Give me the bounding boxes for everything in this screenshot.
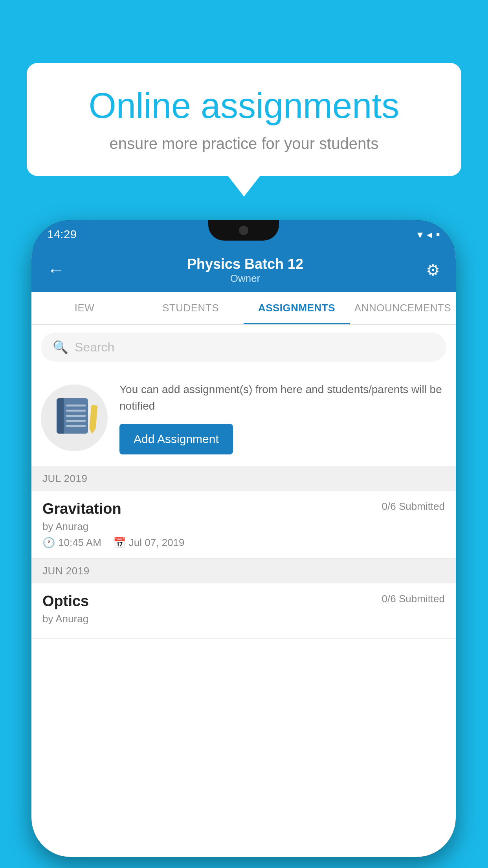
- add-assignment-button[interactable]: Add Assignment: [119, 424, 233, 454]
- meta-time-gravitation: 🕐 10:45 AM: [42, 537, 101, 549]
- search-bar[interactable]: 🔍 Search: [41, 333, 446, 362]
- settings-icon[interactable]: ⚙: [426, 261, 440, 279]
- app-bar-title: Physics Batch 12: [187, 256, 303, 272]
- search-container: 🔍 Search: [31, 325, 456, 370]
- assignment-by-optics: by Anurag: [42, 613, 445, 625]
- info-text-group: You can add assignment(s) from here and …: [119, 381, 446, 454]
- assignment-meta-gravitation: 🕐 10:45 AM 📅 Jul 07, 2019: [42, 537, 445, 549]
- search-icon: 🔍: [53, 340, 68, 355]
- back-button[interactable]: ←: [47, 260, 64, 280]
- status-time: 14:29: [47, 228, 77, 241]
- status-icons: ▾ ◂ ▪: [417, 228, 440, 241]
- phone-frame: 14:29 ▾ ◂ ▪ ← Physics Batch 12 Owner ⚙ I…: [31, 220, 456, 857]
- assignment-date-gravitation: Jul 07, 2019: [129, 537, 185, 549]
- speech-bubble-container: Online assignments ensure more practice …: [27, 63, 461, 176]
- bubble-title: Online assignments: [58, 86, 430, 125]
- phone-notch: [208, 220, 279, 241]
- tab-iew[interactable]: IEW: [31, 292, 138, 324]
- assignment-by-gravitation: by Anurag: [42, 520, 445, 533]
- battery-icon: ▪: [436, 228, 440, 241]
- app-bar: ← Physics Batch 12 Owner ⚙: [31, 248, 456, 292]
- tab-announcements[interactable]: ANNOUNCEMENTS: [350, 292, 456, 324]
- phone-status-bar: 14:29 ▾ ◂ ▪: [31, 220, 456, 248]
- search-placeholder: Search: [75, 340, 114, 355]
- scrollable-content: 🔍 Search: [31, 325, 456, 857]
- notch-camera: [239, 226, 248, 235]
- assignment-name-optics: Optics: [42, 593, 89, 610]
- assignment-time-gravitation: 10:45 AM: [58, 537, 101, 549]
- info-description: You can add assignment(s) from here and …: [119, 381, 446, 414]
- app-bar-subtitle: Owner: [187, 272, 303, 285]
- tabs-bar: IEW STUDENTS ASSIGNMENTS ANNOUNCEMENTS: [31, 292, 456, 325]
- assignment-name-gravitation: Gravitation: [42, 500, 121, 517]
- calendar-icon: 📅: [113, 537, 126, 549]
- bubble-subtitle: ensure more practice for your students: [58, 135, 430, 153]
- assignment-icon-circle: [41, 384, 108, 451]
- signal-icon: ◂: [427, 228, 432, 241]
- app-bar-title-group: Physics Batch 12 Owner: [187, 256, 303, 285]
- wifi-icon: ▾: [417, 228, 423, 241]
- assignment-submitted-gravitation: 0/6 Submitted: [382, 500, 445, 513]
- tab-students[interactable]: STUDENTS: [138, 292, 244, 324]
- assignment-item-gravitation[interactable]: Gravitation 0/6 Submitted by Anurag 🕐 10…: [31, 491, 456, 559]
- assignment-item-optics[interactable]: Optics 0/6 Submitted by Anurag: [31, 583, 456, 639]
- info-card: You can add assignment(s) from here and …: [31, 370, 456, 466]
- meta-date-gravitation: 📅 Jul 07, 2019: [113, 537, 185, 549]
- section-header-jun-2019: JUN 2019: [31, 559, 456, 583]
- section-header-jul-2019: JUL 2019: [31, 466, 456, 491]
- phone-inner: ← Physics Batch 12 Owner ⚙ IEW STUDENTS …: [31, 248, 456, 857]
- assignment-submitted-optics: 0/6 Submitted: [382, 593, 445, 605]
- tab-assignments[interactable]: ASSIGNMENTS: [244, 292, 350, 324]
- clock-icon: 🕐: [42, 537, 55, 549]
- speech-bubble: Online assignments ensure more practice …: [27, 63, 461, 176]
